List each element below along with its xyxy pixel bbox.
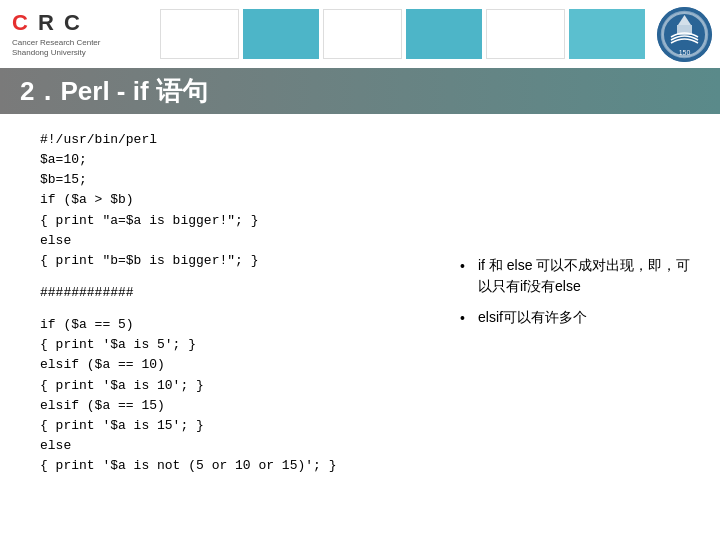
code-block-2: if ($a == 5) { print '$a is 5'; } elsif … (40, 315, 440, 476)
svg-point-0 (657, 7, 712, 62)
main-content: #!/usr/bin/perl $a=10; $b=15; if ($a > $… (0, 114, 720, 540)
svg-point-1 (662, 11, 708, 57)
crc-logo: C R C Cancer Research Center Shandong Un… (12, 10, 100, 59)
svg-marker-2 (678, 15, 691, 25)
color-block-3 (323, 9, 402, 59)
note-1-bullet: • (460, 255, 472, 277)
svg-rect-3 (677, 25, 692, 35)
crc-logo-area: C R C Cancer Research Center Shandong Un… (0, 0, 160, 68)
notes-section: • if 和 else 可以不成对出现，即，可以只有if没有else • els… (460, 130, 700, 528)
color-blocks (160, 0, 649, 68)
code-block-1: #!/usr/bin/perl $a=10; $b=15; if ($a > $… (40, 130, 440, 271)
note-2: • elsif可以有许多个 (460, 307, 700, 329)
university-logo: 150 (649, 0, 720, 68)
header: C R C Cancer Research Center Shandong Un… (0, 0, 720, 68)
note-2-text: elsif可以有许多个 (478, 307, 587, 328)
color-block-5 (486, 9, 565, 59)
code-section: #!/usr/bin/perl $a=10; $b=15; if ($a > $… (40, 130, 440, 528)
note-2-bullet: • (460, 307, 472, 329)
color-block-6 (569, 9, 646, 59)
color-block-2 (243, 9, 320, 59)
univ-logo-circle: 150 (657, 7, 712, 62)
separator: ############ (40, 283, 440, 303)
page-title: 2．Perl - if 语句 (20, 74, 208, 109)
title-bar: 2．Perl - if 语句 (0, 68, 720, 114)
svg-text:150: 150 (679, 49, 691, 56)
color-block-1 (160, 9, 239, 59)
crc-subtitle: Cancer Research Center Shandong Universi… (12, 38, 100, 59)
crc-letters: C R C (12, 10, 82, 36)
note-1-text: if 和 else 可以不成对出现，即，可以只有if没有else (478, 255, 700, 297)
color-block-4 (406, 9, 483, 59)
note-1: • if 和 else 可以不成对出现，即，可以只有if没有else (460, 255, 700, 297)
